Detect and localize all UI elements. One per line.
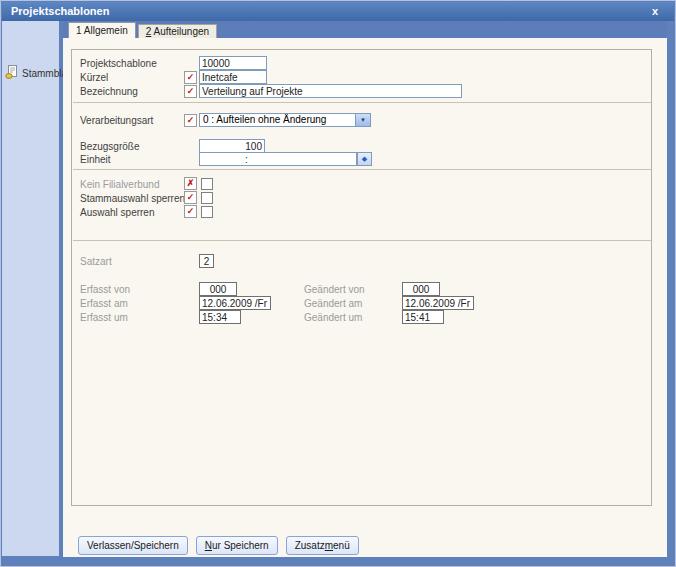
verarbeitungsart-value: 0 : Aufteilen ohne Änderung — [200, 114, 355, 126]
stammauswahl-sperren-checkbox[interactable] — [201, 192, 213, 204]
geaendert-am-input[interactable] — [402, 296, 474, 310]
lookup-diamond-icon: ◆ — [362, 155, 367, 162]
sidebar: Stammblatt — [2, 21, 59, 556]
stammauswahl-sperren-status-button[interactable]: ✓ — [184, 191, 197, 204]
form-sheet-icon — [5, 65, 19, 81]
bezeichnung-label: Bezeichnung — [80, 86, 138, 97]
stammauswahl-sperren-label: Stammauswahl sperren — [80, 193, 185, 204]
bezugsgroesse-input[interactable] — [199, 139, 265, 153]
einheit-input[interactable] — [199, 152, 357, 166]
verarbeitungsart-status-button[interactable]: ✓ — [184, 114, 197, 127]
nur-speichern-button[interactable]: Nur Speichern — [196, 536, 278, 555]
geaendert-von-label: Geändert von — [304, 284, 365, 295]
erfasst-am-input[interactable] — [199, 296, 271, 310]
tab-allgemein-label: 1 Allgemein — [76, 25, 128, 36]
tab-aufteilungen-label: Aufteilungen — [151, 26, 209, 37]
main-panel: 1 Allgemein 2 Aufteilungen Projektschabl… — [63, 21, 667, 557]
kuerzel-input[interactable] — [199, 70, 267, 84]
bezugsgroesse-label: Bezugsgröße — [80, 141, 139, 152]
red-check-icon: ✓ — [187, 86, 195, 96]
geaendert-am-label: Geändert am — [304, 298, 362, 309]
kein-filialverbund-status-button[interactable]: ✗ — [184, 177, 197, 190]
close-button[interactable]: x — [648, 2, 662, 21]
zusatzmenu-hotkey: m — [325, 540, 333, 551]
verlassen-speichern-button[interactable]: Verlassen/Speichern — [78, 536, 188, 555]
tab-content: Projektschablone Kürzel ✓ Bezeichnung ✓ … — [63, 38, 667, 557]
tab-allgemein[interactable]: 1 Allgemein — [68, 22, 136, 38]
titlebar[interactable]: Projektschablonen x — [2, 2, 674, 21]
auswahl-sperren-label: Auswahl sperren — [80, 207, 154, 218]
projektschablone-input[interactable] — [199, 56, 267, 70]
window-title: Projektschablonen — [11, 5, 109, 17]
zusatzmenu-label-pre: Zusatz — [295, 540, 325, 551]
bezeichnung-input[interactable] — [199, 84, 462, 98]
red-x-icon: ✗ — [187, 178, 195, 188]
projektschablonen-window: Projektschablonen x Stammblatt 1 Allgeme… — [0, 0, 676, 567]
bezeichnung-status-button[interactable]: ✓ — [184, 85, 197, 98]
form-groupbox: Projektschablone Kürzel ✓ Bezeichnung ✓ … — [71, 49, 652, 506]
nur-speichern-label: ur Speichern — [212, 540, 269, 551]
nur-speichern-hotkey: N — [205, 540, 212, 551]
red-check-icon: ✓ — [187, 115, 195, 125]
projektschablone-label: Projektschablone — [80, 58, 157, 69]
tabstrip: 1 Allgemein 2 Aufteilungen — [63, 21, 667, 38]
verlassen-speichern-label: Verlassen/Speichern — [87, 540, 179, 551]
erfasst-um-label: Erfasst um — [80, 312, 128, 323]
red-check-icon: ✓ — [187, 72, 195, 82]
red-check-icon: ✓ — [187, 192, 195, 202]
erfasst-am-label: Erfasst am — [80, 298, 128, 309]
chevron-down-icon[interactable]: ▼ — [355, 114, 370, 126]
kein-filialverbund-checkbox[interactable] — [201, 178, 213, 190]
close-icon: x — [652, 5, 658, 17]
section-divider — [73, 102, 651, 103]
kein-filialverbund-label: Kein Filialverbund — [80, 179, 160, 190]
tab-aufteilungen[interactable]: 2 Aufteilungen — [138, 24, 217, 38]
red-check-icon: ✓ — [187, 206, 195, 216]
kuerzel-status-button[interactable]: ✓ — [184, 71, 197, 84]
kuerzel-label: Kürzel — [80, 72, 108, 83]
geaendert-um-input[interactable] — [402, 310, 444, 324]
geaendert-um-label: Geändert um — [304, 312, 362, 323]
verarbeitungsart-dropdown[interactable]: 0 : Aufteilen ohne Änderung ▼ — [199, 113, 371, 127]
zusatzmenu-button[interactable]: Zusatzmenü — [286, 536, 359, 555]
einheit-label: Einheit — [80, 154, 111, 165]
erfasst-von-label: Erfasst von — [80, 284, 130, 295]
satzart-input[interactable] — [199, 254, 214, 268]
erfasst-von-input[interactable] — [199, 282, 237, 296]
verarbeitungsart-label: Verarbeitungsart — [80, 115, 153, 126]
section-divider — [73, 169, 651, 170]
auswahl-sperren-status-button[interactable]: ✓ — [184, 205, 197, 218]
geaendert-von-input[interactable] — [402, 282, 440, 296]
erfasst-um-input[interactable] — [199, 310, 241, 324]
section-divider — [73, 240, 651, 241]
footer-buttons: Verlassen/Speichern Nur Speichern Zusatz… — [78, 536, 359, 555]
satzart-label: Satzart — [80, 256, 112, 267]
auswahl-sperren-checkbox[interactable] — [201, 206, 213, 218]
einheit-lookup-button[interactable]: ◆ — [357, 152, 372, 166]
zusatzmenu-label-post: enü — [333, 540, 350, 551]
